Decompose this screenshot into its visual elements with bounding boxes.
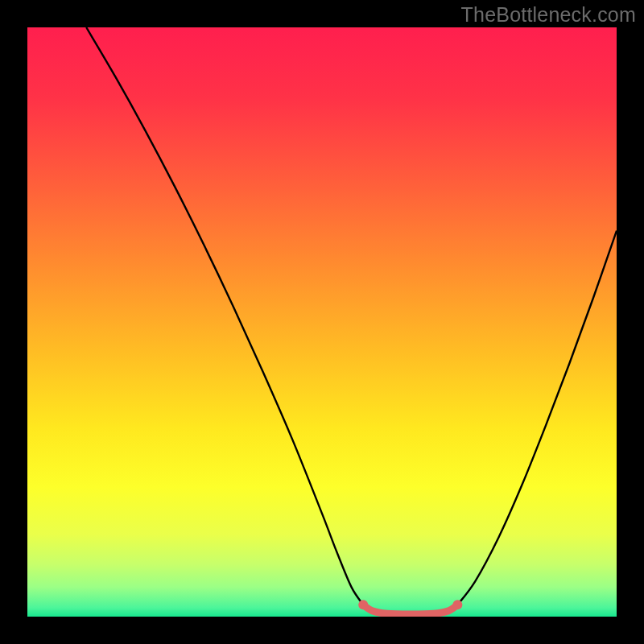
series-bottom-marker xyxy=(363,605,457,614)
dot-left xyxy=(358,600,368,609)
watermark-text: TheBottleneck.com xyxy=(461,3,636,27)
curve-layer xyxy=(27,27,617,617)
series-right-arm xyxy=(457,231,617,605)
plot-area xyxy=(27,27,617,617)
chart-frame: TheBottleneck.com xyxy=(0,0,644,644)
dot-right xyxy=(452,600,462,609)
series-left-arm xyxy=(86,27,363,605)
